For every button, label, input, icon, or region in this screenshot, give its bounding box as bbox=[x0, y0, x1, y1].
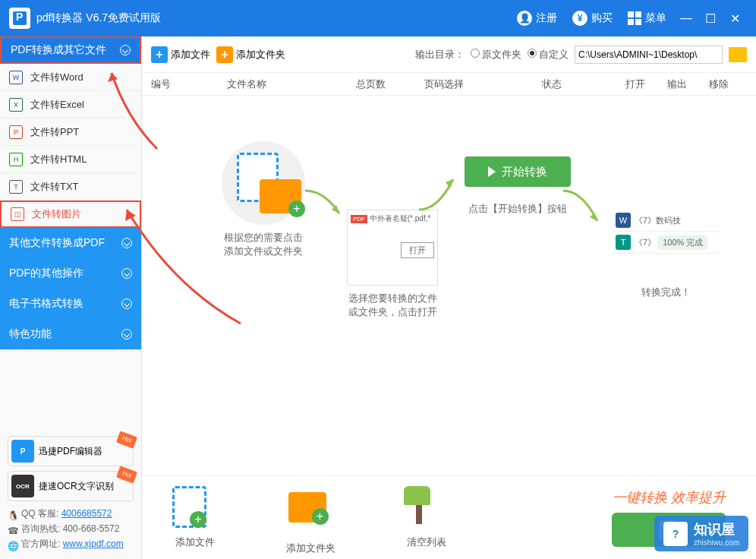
sidebar-item-html[interactable]: H文件转HTML bbox=[0, 146, 141, 173]
sidebar-cat-other-to-pdf[interactable]: 其他文件转换成PDF bbox=[0, 228, 141, 258]
ad-pdf-editor[interactable]: P迅捷PDF编辑器Hot bbox=[8, 436, 134, 466]
hot-badge: Hot bbox=[116, 431, 137, 448]
flow-arrow-3 bbox=[559, 187, 605, 232]
chevron-icon bbox=[121, 329, 132, 340]
app-title: pdf转换器 V6.7免费试用版 bbox=[36, 11, 509, 25]
flow-arrow-2 bbox=[415, 172, 461, 217]
app-logo bbox=[9, 8, 30, 29]
html-icon: H bbox=[9, 153, 23, 166]
col-remove: 移除 bbox=[709, 77, 747, 91]
tutorial-area: + 根据您的需要点击 添加文件或文件夹 PDF 中外著名疑(*.pdf,*打开 … bbox=[142, 96, 756, 475]
chevron-icon bbox=[121, 238, 132, 248]
yen-icon: ¥ bbox=[572, 11, 587, 26]
plus-icon: + bbox=[216, 46, 233, 63]
menu-button[interactable]: 菜单 bbox=[628, 11, 666, 25]
output-label: 输出目录： bbox=[415, 48, 465, 62]
sidebar-cat-special[interactable]: 特色功能 bbox=[0, 319, 141, 349]
register-button[interactable]: 👤注册 bbox=[517, 11, 557, 26]
buy-button[interactable]: ¥购买 bbox=[572, 11, 613, 26]
user-icon: 👤 bbox=[517, 11, 532, 26]
bottom-add-file[interactable]: +添加文件 bbox=[172, 486, 218, 549]
col-range: 页码选择 bbox=[424, 77, 542, 91]
col-index: 编号 bbox=[151, 77, 227, 91]
sidebar: PDF转换成其它文件 W文件转Word X文件转Excel P文件转PPT H文… bbox=[0, 36, 142, 559]
grid-icon bbox=[628, 11, 641, 25]
qq-link[interactable]: 4006685572 bbox=[61, 506, 112, 521]
promo-text: 一键转换 效率提升 bbox=[612, 488, 726, 507]
close-button[interactable]: ✕ bbox=[723, 11, 747, 26]
plus-icon: + bbox=[151, 46, 168, 63]
image-icon: ◫ bbox=[11, 207, 24, 221]
contact-site: 🌐官方网址: www.xjpdf.com bbox=[8, 536, 134, 551]
phone-icon: ☎ bbox=[8, 523, 18, 534]
ad-ocr[interactable]: OCR捷速OCR文字识别Hot bbox=[8, 471, 134, 501]
output-path-input[interactable] bbox=[575, 46, 723, 64]
content-area: +添加文件 +添加文件夹 输出目录： 原文件夹 自定义 编号 文件名称 总页数 … bbox=[142, 36, 756, 559]
sidebar-item-excel[interactable]: X文件转Excel bbox=[0, 91, 141, 118]
titlebar: pdf转换器 V6.7免费试用版 👤注册 ¥购买 菜单 — ☐ ✕ bbox=[0, 0, 756, 36]
add-folder-button[interactable]: +添加文件夹 bbox=[216, 46, 285, 63]
sidebar-cat-ebook[interactable]: 电子书格式转换 bbox=[0, 289, 141, 319]
watermark: ? 知识屋zhishiwu.com bbox=[654, 516, 748, 551]
radio-custom[interactable]: 自定义 bbox=[528, 48, 569, 62]
word-icon: W bbox=[9, 71, 23, 84]
add-file-button[interactable]: +添加文件 bbox=[151, 46, 210, 63]
col-status: 状态 bbox=[542, 77, 625, 91]
bottom-clear[interactable]: 清空列表 bbox=[404, 486, 449, 549]
table-header: 编号 文件名称 总页数 页码选择 状态 打开 输出 移除 bbox=[142, 73, 756, 96]
chevron-icon bbox=[121, 268, 132, 279]
toolbar: +添加文件 +添加文件夹 输出目录： 原文件夹 自定义 bbox=[142, 36, 756, 73]
contact-phone: ☎咨询热线: 400-668-5572 bbox=[8, 521, 134, 536]
ppt-icon: P bbox=[9, 125, 23, 139]
play-icon bbox=[488, 166, 496, 177]
sidebar-item-word[interactable]: W文件转Word bbox=[0, 64, 141, 91]
minimize-button[interactable]: — bbox=[674, 11, 698, 25]
tutorial-step2: PDF 中外著名疑(*.pdf,*打开 选择您要转换的文件 或文件夹，点击打开 bbox=[317, 210, 468, 319]
sidebar-header[interactable]: PDF转换成其它文件 bbox=[0, 36, 141, 64]
site-link[interactable]: www.xjpdf.com bbox=[63, 536, 124, 551]
browse-folder-button[interactable] bbox=[729, 47, 747, 62]
chevron-icon bbox=[121, 298, 132, 309]
bottom-add-folder[interactable]: +添加文件夹 bbox=[286, 481, 335, 555]
flow-arrow-1 bbox=[301, 187, 347, 225]
sidebar-item-txt[interactable]: T文件转TXT bbox=[0, 173, 141, 201]
sidebar-item-image[interactable]: ◫文件转图片 bbox=[0, 201, 141, 228]
qq-icon: 🐧 bbox=[8, 508, 18, 519]
contact-qq: 🐧QQ 客服: 4006685572 bbox=[8, 506, 134, 521]
col-pages: 总页数 bbox=[356, 77, 424, 91]
pdf-editor-icon: P bbox=[11, 440, 34, 463]
col-output: 输出 bbox=[667, 77, 709, 91]
ocr-icon: OCR bbox=[11, 475, 34, 497]
chevron-down-icon bbox=[120, 45, 131, 55]
globe-icon: 🌐 bbox=[8, 538, 18, 549]
col-open: 打开 bbox=[625, 77, 667, 91]
open-preview-button: 打开 bbox=[401, 242, 434, 258]
radio-original[interactable]: 原文件夹 bbox=[471, 48, 521, 62]
excel-icon: X bbox=[9, 98, 23, 112]
start-convert-preview: 开始转换 bbox=[465, 156, 571, 187]
maximize-button[interactable]: ☐ bbox=[698, 11, 723, 26]
watermark-icon: ? bbox=[663, 522, 688, 546]
col-filename: 文件名称 bbox=[227, 77, 356, 91]
hot-badge: Hot bbox=[116, 466, 137, 483]
sidebar-cat-pdf-ops[interactable]: PDF的其他操作 bbox=[0, 258, 141, 289]
tutorial-step4: W《7》数码技 T《7》 100% 完成 转换完成！ bbox=[590, 210, 742, 299]
sidebar-item-ppt[interactable]: P文件转PPT bbox=[0, 118, 141, 146]
txt-icon: T bbox=[9, 180, 23, 194]
complete-badge: 100% 完成 bbox=[658, 235, 707, 250]
